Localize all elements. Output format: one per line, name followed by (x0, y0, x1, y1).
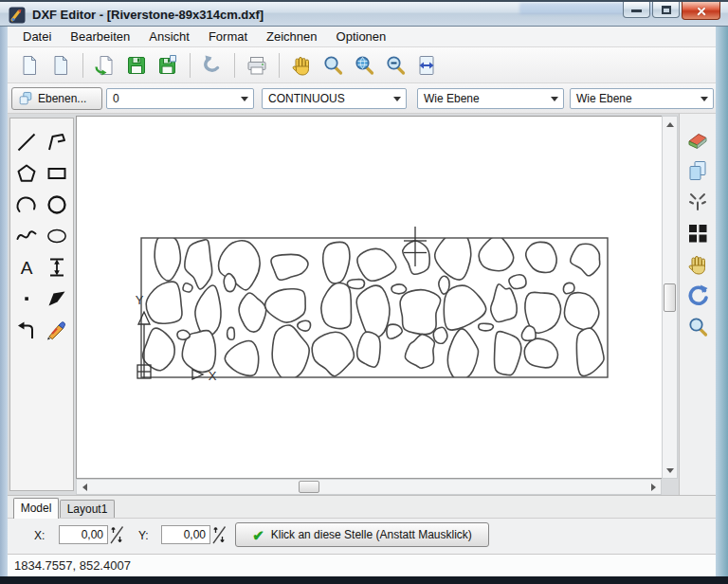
undo-button[interactable] (198, 51, 227, 80)
maximize-button[interactable] (652, 2, 680, 18)
menu-optionen[interactable]: Optionen (327, 27, 396, 46)
polygon-tool[interactable] (11, 157, 42, 189)
save-button[interactable] (122, 51, 151, 80)
minimize-button[interactable] (623, 2, 650, 18)
layer-select[interactable]: 0 (106, 88, 254, 109)
close-button[interactable] (682, 2, 720, 20)
copy-tool[interactable] (684, 158, 711, 183)
zoom-window-icon (321, 54, 344, 77)
fit-width-icon (415, 54, 438, 77)
polyline-icon (45, 130, 69, 155)
x-spinner-buttons[interactable] (109, 524, 124, 545)
toolbar-separator (82, 53, 83, 78)
copy-icon (685, 158, 710, 183)
point-tool[interactable] (11, 283, 42, 314)
menu-zeichnen[interactable]: Zeichnen (257, 27, 326, 46)
vertical-scroll-thumb[interactable] (664, 283, 676, 312)
menu-format[interactable]: Format (199, 27, 257, 46)
horizontal-scrollbar[interactable] (76, 479, 662, 495)
print-button[interactable] (243, 51, 271, 80)
y-input[interactable]: 0,00 (161, 525, 210, 544)
toolbar-separator (190, 53, 191, 78)
ucs-x-label: X (209, 369, 217, 383)
scroll-up-button[interactable] (663, 117, 677, 131)
cursor-coordinates: 1834.7557, 852.4007 (14, 558, 131, 573)
fit-width-button[interactable] (412, 51, 441, 80)
rotate-tool[interactable] (684, 283, 711, 308)
arrow-right-icon (651, 484, 660, 491)
tab-model[interactable]: Model (13, 498, 59, 519)
click-here-button-label: Klick an diese Stelle (Anstatt Mausklick… (271, 528, 472, 541)
text-tool[interactable]: A (11, 251, 42, 283)
pan-button[interactable] (287, 51, 316, 80)
linetype-select[interactable]: CONTINUOUS (262, 88, 407, 109)
line-icon (14, 130, 39, 155)
scroll-right-button[interactable] (646, 480, 661, 494)
new-file-button[interactable] (15, 51, 44, 80)
rectangle-icon (45, 161, 69, 186)
svg-text:A: A (21, 257, 33, 277)
color-pencil-icon (45, 318, 69, 342)
dimension-tool[interactable] (42, 251, 72, 283)
zoom-out-button[interactable] (381, 51, 410, 80)
click-here-button[interactable]: ✔ Klick an diese Stelle (Anstatt Mauskli… (235, 522, 489, 547)
riverstone-pattern (143, 231, 605, 380)
trim-icon (685, 190, 710, 214)
move-tool[interactable] (684, 252, 711, 277)
rectangle-tool[interactable] (42, 157, 72, 189)
circle-icon (45, 192, 69, 217)
ellipse-icon (45, 224, 69, 248)
status-bar: 1834.7557, 852.4007 (8, 554, 716, 576)
y-spinner-buttons[interactable] (211, 524, 227, 545)
open-file-button[interactable] (91, 51, 119, 80)
zoom-window-button[interactable] (318, 51, 347, 80)
title-bar: DXF Editor - [Riverstone-89x314cm.dxf] (0, 0, 728, 27)
menu-datei[interactable]: Datei (13, 27, 61, 46)
polyline-tool[interactable] (42, 126, 72, 157)
scroll-left-button[interactable] (77, 480, 91, 494)
menu-bearbeiten[interactable]: Bearbeiten (61, 27, 139, 46)
line-tool[interactable] (11, 126, 42, 157)
zoom-extents-icon (353, 54, 375, 77)
horizontal-scroll-thumb[interactable] (299, 481, 319, 493)
modify-toolbar (679, 114, 716, 495)
circle-tool[interactable] (42, 189, 72, 220)
trim-tool[interactable] (684, 190, 711, 214)
chevron-down-icon (551, 97, 558, 105)
scroll-down-button[interactable] (663, 464, 677, 478)
arc-tool[interactable] (11, 189, 42, 220)
spline-tool[interactable] (11, 220, 42, 251)
solid-tool[interactable] (42, 283, 72, 314)
menu-ansicht[interactable]: Ansicht (139, 27, 199, 46)
color-pencil-tool[interactable] (42, 314, 72, 345)
check-icon: ✔ (252, 528, 264, 542)
leader-tool[interactable] (11, 314, 42, 345)
layout-tabs: Model Layout1 (8, 495, 716, 518)
properties-bar: Ebenen... 0 CONTINUOUS Wie Ebene Wie Ebe… (8, 83, 716, 114)
eraser-tool[interactable] (684, 127, 711, 152)
app-window: DXF Editor - [Riverstone-89x314cm.dxf] D… (0, 0, 728, 584)
arc-icon (14, 192, 39, 217)
pan-hand-icon (290, 54, 313, 77)
zoom-tool[interactable] (684, 315, 711, 339)
dimension-icon (45, 255, 69, 280)
array-tool[interactable] (684, 221, 711, 246)
zoom-extents-button[interactable] (350, 51, 378, 80)
color-select[interactable]: Wie Ebene (570, 88, 714, 109)
layers-button[interactable]: Ebenen... (11, 87, 102, 110)
tab-layout1[interactable]: Layout1 (60, 500, 115, 519)
save-as-icon (156, 54, 179, 77)
menu-bar: Datei Bearbeiten Ansicht Format Zeichnen… (8, 27, 716, 47)
new-file-copy-button[interactable] (46, 51, 75, 80)
save-as-button[interactable] (154, 51, 182, 80)
ellipse-tool[interactable] (42, 220, 72, 251)
x-input[interactable]: 0,00 (59, 525, 108, 544)
arrow-down-icon (666, 468, 674, 477)
lineweight-select[interactable]: Wie Ebene (417, 88, 564, 109)
layers-icon (18, 91, 33, 106)
leader-icon (14, 318, 39, 342)
drawing-canvas[interactable]: Y X (76, 116, 662, 479)
array-icon (685, 221, 710, 246)
print-icon (246, 54, 268, 77)
vertical-scrollbar[interactable] (662, 116, 678, 479)
